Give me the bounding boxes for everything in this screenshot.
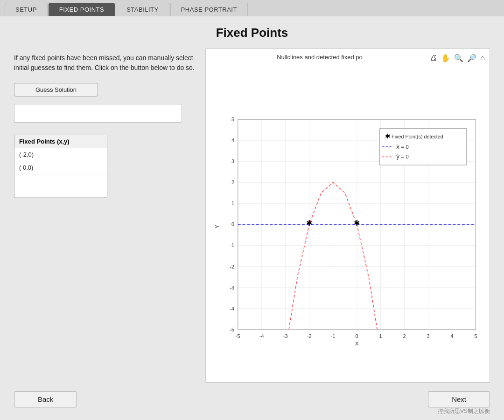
svg-text:4: 4	[450, 333, 453, 339]
svg-text:1: 1	[231, 200, 234, 206]
zoom-in-icon[interactable]: 🔍	[453, 53, 464, 63]
page-title: Fixed Points	[14, 26, 490, 40]
svg-text:✱: ✱	[354, 219, 360, 227]
svg-text:0: 0	[356, 333, 358, 339]
svg-text:-5: -5	[230, 327, 234, 332]
table-row: (-2,0)	[14, 148, 107, 161]
svg-text:-3: -3	[283, 333, 288, 339]
svg-text:X: X	[355, 340, 359, 346]
table-row-empty	[14, 174, 107, 198]
svg-text:0: 0	[231, 221, 234, 227]
tab-phase-portrait[interactable]: PHASE PORTRAIT	[170, 3, 248, 16]
fixed-points-table: Fixed Points (x,y) (-2,0) ( 0,0)	[14, 135, 107, 198]
home-icon[interactable]: ⌂	[479, 53, 486, 63]
svg-text:4: 4	[231, 138, 234, 143]
svg-text:-1: -1	[230, 243, 234, 248]
svg-text:3: 3	[427, 333, 429, 339]
left-panel: If any fixed points have been missed, yo…	[14, 48, 196, 383]
guess-input-field[interactable]	[14, 104, 182, 123]
chart-container: Nullclines and detected fixed po 🖨 ✋ 🔍 🔎…	[205, 48, 490, 383]
svg-text:-1: -1	[331, 333, 336, 339]
svg-text:2: 2	[403, 333, 406, 339]
svg-text:✱: ✱	[385, 133, 391, 140]
svg-text:-4: -4	[259, 333, 264, 339]
svg-text:3: 3	[231, 158, 234, 164]
svg-text:1: 1	[379, 333, 382, 339]
back-button[interactable]: Back	[14, 391, 77, 407]
content-row: If any fixed points have been missed, yo…	[14, 48, 490, 383]
svg-text:Fixed Point(s) detected: Fixed Point(s) detected	[392, 134, 443, 139]
main-content: Fixed Points If any fixed points have be…	[0, 16, 504, 419]
watermark: 控我所思VS制之以衡	[438, 407, 490, 415]
tab-fixed-points[interactable]: FIXED POINTS	[49, 3, 115, 16]
zoom-out-icon[interactable]: 🔎	[466, 53, 477, 63]
svg-text:5: 5	[231, 117, 234, 122]
svg-text:-4: -4	[230, 306, 234, 311]
svg-text:ẏ = 0: ẏ = 0	[396, 153, 409, 160]
guess-solution-button[interactable]: Guess Solution	[14, 83, 98, 96]
svg-text:ẋ = 0: ẋ = 0	[396, 144, 409, 150]
right-panel: Nullclines and detected fixed po 🖨 ✋ 🔍 🔎…	[205, 48, 490, 383]
chart-svg: 5 4 3 2 1 0 -1 -2 -3 -4 -5 -5 -4 -3 -2	[210, 62, 485, 386]
instruction-text: If any fixed points have been missed, yo…	[14, 53, 196, 73]
svg-text:-2: -2	[230, 264, 234, 269]
table-header: Fixed Points (x,y)	[14, 135, 107, 148]
print-icon[interactable]: 🖨	[429, 53, 438, 63]
svg-text:5: 5	[474, 333, 477, 339]
pan-icon[interactable]: ✋	[440, 53, 451, 63]
tab-setup[interactable]: SETUP	[5, 3, 48, 16]
tab-stability[interactable]: STABILITY	[116, 3, 169, 16]
svg-text:-5: -5	[236, 333, 240, 339]
svg-text:✱: ✱	[306, 219, 312, 227]
svg-text:2: 2	[231, 179, 234, 185]
svg-text:Y: Y	[214, 225, 220, 228]
tab-bar: SETUP FIXED POINTS STABILITY PHASE PORTR…	[0, 0, 504, 16]
svg-text:-3: -3	[230, 285, 234, 290]
svg-text:-2: -2	[307, 333, 312, 339]
next-button[interactable]: Next	[428, 391, 490, 407]
chart-toolbar: 🖨 ✋ 🔍 🔎 ⌂	[429, 53, 486, 63]
table-row: ( 0,0)	[14, 161, 107, 174]
chart-title: Nullclines and detected fixed po	[210, 54, 429, 61]
